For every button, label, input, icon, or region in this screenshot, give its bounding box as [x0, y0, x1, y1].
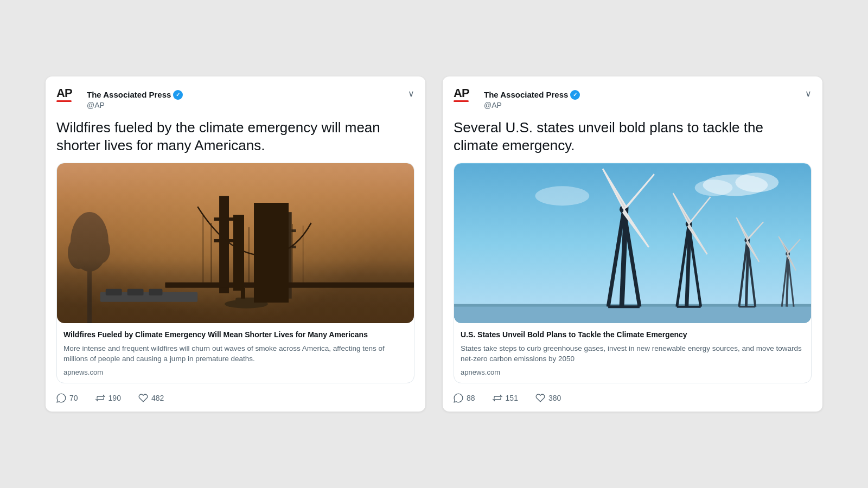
ap-logo-2: AP	[454, 87, 478, 112]
tweets-container: AP The Associated Press ✓ @AP ∨ Wildfire…	[24, 55, 844, 434]
reply-action-2[interactable]: 88	[454, 393, 475, 403]
tweet-header-2: AP The Associated Press ✓ @AP ∨	[454, 87, 812, 112]
account-name-1: The Associated Press ✓	[87, 90, 183, 100]
tweet-menu-chevron-2[interactable]: ∨	[805, 88, 812, 99]
verified-badge-2: ✓	[570, 90, 580, 100]
tweet-actions-2: 88 151 380	[454, 391, 812, 403]
article-preview-2[interactable]: U.S. States Unveil Bold Plans to Tackle …	[454, 163, 812, 383]
windmill-image	[454, 163, 811, 323]
ap-logo-underline-1	[56, 100, 72, 102]
account-handle-1: @AP	[87, 101, 183, 110]
verified-badge-1: ✓	[173, 90, 183, 100]
tweet-image-2	[454, 163, 811, 323]
article-title-1: Wildfires Fueled by Climate Emergency Wi…	[63, 330, 407, 341]
tweet-header-1: AP The Associated Press ✓ @AP ∨	[56, 87, 414, 112]
account-info-2: The Associated Press ✓ @AP	[484, 90, 580, 110]
article-text-2: U.S. States Unveil Bold Plans to Tackle …	[454, 323, 811, 383]
article-description-2: States take steps to curb greenhouse gas…	[461, 344, 805, 364]
svg-point-34	[535, 186, 590, 206]
wildfire-image	[57, 163, 414, 323]
svg-point-33	[695, 179, 733, 196]
tweet-header-left-1: AP The Associated Press ✓ @AP	[56, 87, 183, 112]
article-source-1: apnews.com	[63, 368, 407, 376]
tweet-menu-chevron-1[interactable]: ∨	[408, 88, 414, 99]
like-action-2[interactable]: 380	[535, 393, 561, 403]
article-title-2: U.S. States Unveil Bold Plans to Tackle …	[461, 330, 805, 341]
svg-rect-9	[214, 217, 234, 221]
retweet-icon-2	[493, 393, 502, 403]
retweet-count-1: 190	[108, 394, 121, 402]
like-count-2: 380	[548, 394, 561, 402]
ap-logo-underline-2	[454, 100, 469, 102]
reply-icon-1	[56, 393, 66, 403]
svg-rect-12	[280, 229, 296, 232]
retweet-count-2: 151	[506, 394, 518, 402]
retweet-action-2[interactable]: 151	[493, 393, 518, 403]
article-source-2: apnews.com	[461, 368, 805, 376]
tweet-header-left-2: AP The Associated Press ✓ @AP	[454, 87, 580, 112]
reply-count-1: 70	[69, 394, 78, 402]
turbine-svg	[454, 163, 811, 323]
svg-rect-29	[149, 289, 162, 296]
tweet-actions-1: 70 190 482	[56, 391, 414, 403]
svg-rect-14	[165, 282, 414, 288]
svg-rect-13	[280, 246, 296, 248]
svg-rect-24	[235, 298, 257, 304]
article-preview-1[interactable]: Wildfires Fueled by Climate Emergency Wi…	[56, 163, 414, 383]
account-name-2: The Associated Press ✓	[484, 90, 580, 100]
tweet-text-1: Wildfires fueled by the climate emergenc…	[56, 119, 414, 156]
svg-rect-27	[106, 289, 122, 296]
account-handle-2: @AP	[484, 101, 580, 110]
ap-logo-text-1: AP	[56, 87, 72, 99]
reply-icon-2	[454, 393, 463, 403]
svg-rect-25	[241, 288, 245, 299]
svg-point-32	[735, 173, 778, 192]
bridge-svg	[57, 163, 414, 323]
tweet-image-1	[57, 163, 414, 323]
like-action-1[interactable]: 482	[138, 393, 164, 403]
article-text-1: Wildfires Fueled by Climate Emergency Wi…	[57, 323, 414, 383]
account-info-1: The Associated Press ✓ @AP	[87, 90, 183, 110]
account-name-text-2: The Associated Press	[484, 90, 568, 99]
svg-rect-28	[127, 289, 144, 296]
account-name-text-1: The Associated Press	[87, 90, 171, 99]
retweet-icon-1	[95, 393, 105, 403]
retweet-action-1[interactable]: 190	[95, 393, 121, 403]
tweet-card-2: AP The Associated Press ✓ @AP ∨ Several …	[443, 76, 822, 412]
svg-rect-8	[219, 196, 229, 293]
reply-count-2: 88	[467, 394, 475, 402]
svg-rect-36	[454, 307, 811, 323]
like-icon-2	[535, 393, 545, 403]
ap-logo-text-2: AP	[454, 87, 469, 99]
article-description-1: More intense and frequent wildfires will…	[63, 344, 407, 364]
ap-logo-1: AP	[56, 87, 81, 112]
tweet-text-2: Several U.S. states unveil bold plans to…	[454, 119, 812, 156]
like-count-1: 482	[151, 394, 164, 402]
reply-action-1[interactable]: 70	[56, 393, 78, 403]
like-icon-1	[138, 393, 148, 403]
tweet-card-1: AP The Associated Press ✓ @AP ∨ Wildfire…	[46, 76, 425, 412]
